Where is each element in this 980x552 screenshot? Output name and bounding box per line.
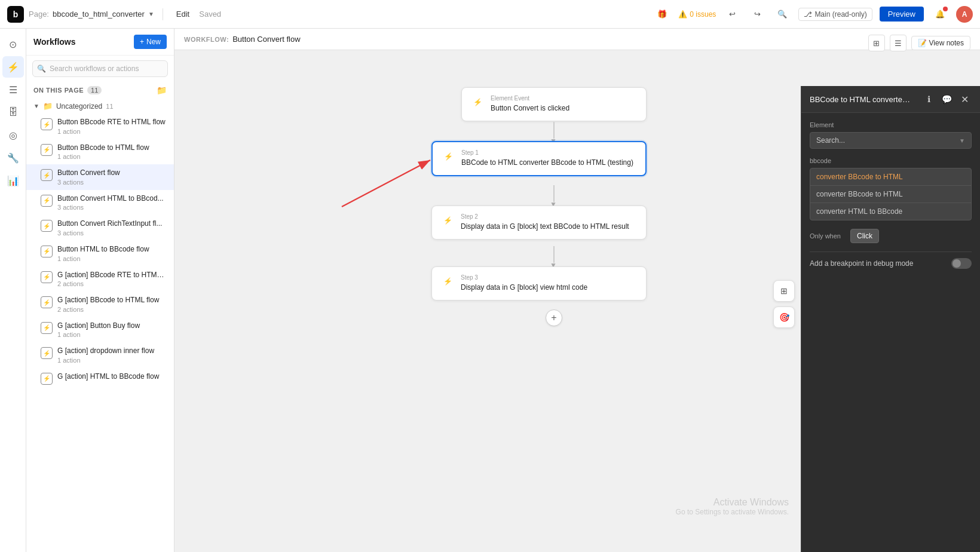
icon-sidebar: ⊙ ⚡ ☰ 🗄 ◎ 🔧 📊 <box>0 29 26 552</box>
trigger-node[interactable]: ⚡ Element Event Button Convert is clicke… <box>461 87 647 121</box>
edit-button[interactable]: Edit <box>172 7 194 21</box>
right-panel: BBCode to HTML converter BBco ℹ 💬 ✕ Elem… <box>801 86 980 552</box>
step3-label: Step 3 <box>461 274 638 281</box>
sidebar-item-workflows[interactable]: ⚡ <box>2 56 24 78</box>
click-badge[interactable]: Click <box>850 229 879 243</box>
workflow-meta: 2 actions <box>57 280 167 287</box>
comment-icon[interactable]: 💬 <box>939 92 954 106</box>
sidebar-item-settings[interactable]: 🔧 <box>2 147 24 168</box>
issues-badge[interactable]: ⚠️ 0 issues <box>678 10 716 19</box>
branch-selector[interactable]: ⎇ Main (read-only) <box>798 8 872 21</box>
canvas-area: WORKFLOW: Button Convert flow ⊞ ☰ 📝 View… <box>174 29 980 552</box>
warning-icon: ⚠️ <box>678 10 687 19</box>
page-selector[interactable]: Page: bbcode_to_html_converter ▼ <box>29 10 154 19</box>
right-panel-actions: ℹ 💬 ✕ <box>921 92 972 106</box>
step2-node[interactable]: ⚡ Step 2 Display data in G [block] text … <box>431 206 647 240</box>
workflow-meta: 3 actions <box>57 179 167 186</box>
branch-icon: ⎇ <box>804 10 812 19</box>
step2-label: Step 2 <box>461 213 638 220</box>
target-icon-button[interactable]: 🎯 <box>773 306 795 328</box>
element-search-input[interactable]: Search... ▼ <box>810 132 972 149</box>
dropdown-option-1[interactable]: converter BBcode to HTML <box>810 186 971 203</box>
workflow-item[interactable]: ⚡ G [action] HTML to BBcode flow <box>26 368 174 389</box>
bbcode-dropdown: converter BBcode to HTML converter BBcod… <box>810 168 972 220</box>
list-view-icon[interactable]: ☰ <box>890 35 906 51</box>
workflow-meta: 1 action <box>57 255 167 262</box>
workflow-meta: 1 action <box>57 357 167 364</box>
close-panel-button[interactable]: ✕ <box>957 92 972 106</box>
preview-button[interactable]: Preview <box>880 7 924 22</box>
notifications-button[interactable]: 🔔 <box>931 5 949 23</box>
svg-line-1 <box>342 160 430 207</box>
trigger-title: Button Convert is clicked <box>491 103 638 114</box>
view-notes-button[interactable]: 📝 View notes <box>911 36 970 50</box>
notes-icon: 📝 <box>918 39 927 47</box>
right-panel-body: Element Search... ▼ bbcode converter BBc… <box>801 113 980 552</box>
workflow-name: Button Convert RichTextInput fl... <box>57 219 167 229</box>
add-step-button[interactable]: + <box>546 309 562 326</box>
search-icon[interactable]: 🔍 <box>773 5 791 23</box>
sidebar-item-data[interactable]: ☰ <box>2 79 24 100</box>
only-when-label: Only when <box>810 232 846 240</box>
topbar-actions: 🎁 ⚠️ 0 issues ↩ ↪ 🔍 ⎇ Main (read-only) P… <box>653 5 973 23</box>
trigger-label: Element Event <box>491 95 638 102</box>
workflow-item[interactable]: ⚡ G [action] BBcode RTE to HTML ... 2 ac… <box>26 266 174 292</box>
workflow-item[interactable]: ⚡ G [action] dropdown inner flow 1 actio… <box>26 342 174 368</box>
workflow-name: G [action] BBcode RTE to HTML ... <box>57 271 167 280</box>
step2-icon: ⚡ <box>440 213 455 228</box>
category-count: 11 <box>106 103 113 110</box>
workflow-name: G [action] HTML to BBcode flow <box>57 372 167 382</box>
workflow-item-active[interactable]: ⚡ Button Convert flow 3 actions <box>26 164 174 190</box>
redo-icon[interactable]: ↪ <box>748 5 766 23</box>
grid-icon-button[interactable]: ⊞ <box>773 280 795 302</box>
workflow-item[interactable]: ⚡ Button BBcode RTE to HTML flow 1 actio… <box>26 114 174 139</box>
search-icon: 🔍 <box>37 65 46 73</box>
workflow-name: G [action] BBcode to HTML flow <box>57 296 167 305</box>
workflow-icon: ⚡ <box>41 169 53 181</box>
step2-title: Display data in G [block] text BBCode to… <box>461 222 638 232</box>
sidebar-item-plugins[interactable]: ◎ <box>2 124 24 146</box>
step3-icon: ⚡ <box>440 274 455 289</box>
workflow-icon: ⚡ <box>41 220 53 232</box>
debug-label: Add a breakpoint in debug mode <box>810 259 913 268</box>
debug-toggle[interactable] <box>951 258 972 269</box>
info-icon[interactable]: ℹ <box>921 92 936 106</box>
undo-icon[interactable]: ↩ <box>723 5 741 23</box>
dropdown-option-2[interactable]: converter HTML to BBcode <box>810 203 971 220</box>
on-this-page-header: ON THIS PAGE 11 📁 <box>26 82 174 99</box>
workflows-title: Workflows <box>33 37 76 47</box>
connector-line-2 <box>553 185 555 202</box>
workflow-meta: 1 action <box>57 128 167 135</box>
workflow-name: G [action] Button Buy flow <box>57 321 167 331</box>
workflow-item[interactable]: ⚡ G [action] BBcode to HTML flow 2 actio… <box>26 292 174 317</box>
workflow-name: Button HTML to BBcode flow <box>57 245 167 254</box>
workflow-meta: 1 action <box>57 153 167 160</box>
grid-view-icon[interactable]: ⊞ <box>868 35 885 51</box>
workflow-item[interactable]: ⚡ Button BBcode to HTML flow 1 action <box>26 139 174 165</box>
avatar[interactable]: A <box>956 6 973 23</box>
workflow-icon: ⚡ <box>41 373 53 385</box>
workflow-icon: ⚡ <box>41 144 53 156</box>
step1-icon: ⚡ <box>441 149 455 164</box>
category-row[interactable]: ▼ 📁 Uncategorized 11 <box>26 99 174 114</box>
trigger-icon: ⚡ <box>470 95 485 109</box>
sidebar-item-home[interactable]: ⊙ <box>2 33 24 55</box>
step1-label: Step 1 <box>461 149 637 156</box>
gift-icon[interactable]: 🎁 <box>653 5 671 23</box>
workflow-item[interactable]: ⚡ G [action] Button Buy flow 1 action <box>26 317 174 343</box>
workflow-item[interactable]: ⚡ Button HTML to BBcode flow 1 action <box>26 241 174 266</box>
workflow-item[interactable]: ⚡ Button Convert RichTextInput fl... 3 a… <box>26 215 174 241</box>
sidebar-item-database[interactable]: 🗄 <box>2 102 24 123</box>
new-workflow-button[interactable]: + New <box>134 35 167 49</box>
workflow-item[interactable]: ⚡ Button Convert HTML to BBcod... 3 acti… <box>26 190 174 216</box>
search-placeholder: Search... <box>816 136 845 145</box>
workflows-panel: Workflows + New 🔍 ON THIS PAGE 11 📁 ▼ 📁 … <box>26 29 174 552</box>
folder-icon[interactable]: 📁 <box>157 85 167 95</box>
topbar: b Page: bbcode_to_html_converter ▼ Edit … <box>0 0 980 29</box>
sidebar-item-analytics[interactable]: 📊 <box>2 170 24 191</box>
step1-node[interactable]: ⚡ Step 1 BBCode to HTML converter BBcode… <box>431 141 647 176</box>
dropdown-option-0[interactable]: converter BBcode to HTML <box>810 168 971 186</box>
step3-node[interactable]: ⚡ Step 3 Display data in G [block] view … <box>431 266 647 300</box>
on-this-page-count: 11 <box>87 86 102 94</box>
search-input[interactable] <box>32 60 168 77</box>
